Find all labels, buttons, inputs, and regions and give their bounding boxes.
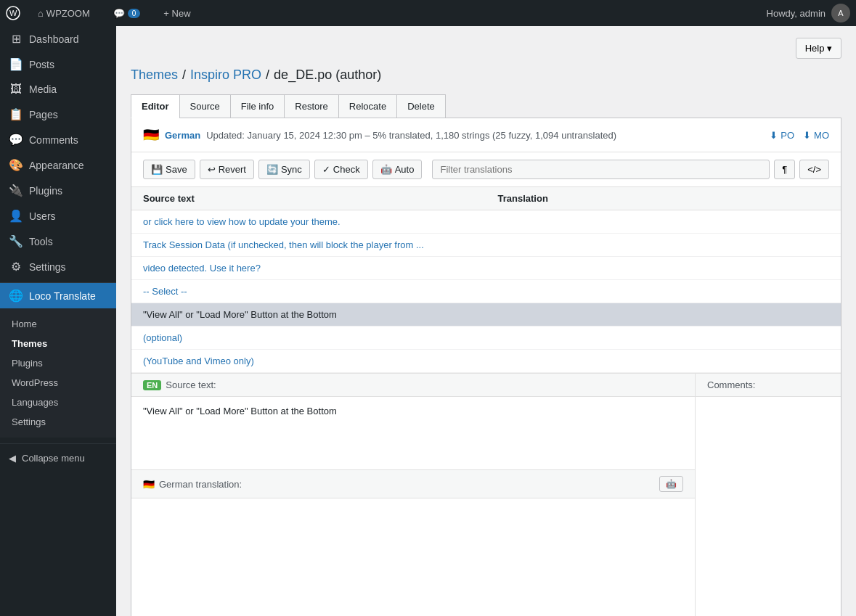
breadcrumb-inspiro-link[interactable]: Inspiro PRO	[190, 67, 261, 83]
tab-delete[interactable]: Delete	[396, 94, 446, 118]
code-view-button[interactable]: </>	[799, 160, 829, 179]
media-icon: 🖼	[9, 83, 23, 96]
check-icon: ✓	[322, 164, 330, 175]
appearance-icon: 🎨	[9, 158, 23, 172]
source-text-header-bar: EN Source text:	[131, 374, 695, 397]
source-cell: "View All" or "Load More" Button at the …	[131, 303, 486, 326]
submenu-item-themes[interactable]: Themes	[0, 334, 116, 353]
sidebar-item-appearance[interactable]: 🎨 Appearance	[0, 152, 116, 178]
tab-source[interactable]: Source	[179, 94, 230, 118]
help-button[interactable]: Help ▾	[796, 38, 841, 59]
sidebar-item-tools[interactable]: 🔧 Tools	[0, 229, 116, 254]
translation-cell	[486, 210, 841, 233]
translation-cell	[486, 280, 841, 303]
breadcrumb-sep-1: /	[182, 67, 186, 83]
plugins-icon: 🔌	[9, 184, 23, 197]
table-row[interactable]: (YouTube and Vimeo only)	[131, 350, 841, 373]
table-row[interactable]: or click here to view how to update your…	[131, 210, 841, 234]
source-text-header: Source text	[131, 187, 486, 210]
tab-restore[interactable]: Restore	[284, 94, 338, 118]
breadcrumb-current: de_DE.po (author)	[274, 67, 381, 83]
source-cell: video detected. Use it here?	[131, 257, 486, 279]
site-name[interactable]: ⌂ WPZOOM	[32, 8, 96, 19]
sidebar-item-dashboard[interactable]: ⊞ Dashboard	[0, 26, 116, 52]
new-content-button[interactable]: + New	[158, 8, 196, 19]
status-bar: 🇩🇪 German Updated: January 15, 2024 12:3…	[131, 118, 841, 152]
main-content: Help ▾ Themes / Inspiro PRO / de_DE.po (…	[116, 26, 856, 616]
source-panel: EN Source text: "View All" or "Load More…	[131, 374, 696, 616]
sidebar-item-media[interactable]: 🖼 Media	[0, 77, 116, 102]
translation-header: Translation	[486, 187, 841, 210]
sidebar-item-comments[interactable]: 💬 Comments	[0, 127, 116, 152]
source-cell: (optional)	[131, 327, 486, 349]
language-flag: 🇩🇪	[143, 127, 159, 143]
language-name: German	[165, 130, 200, 141]
comments-icon: 💬	[9, 133, 23, 147]
comments-panel: Comments:	[696, 374, 841, 616]
bottom-panel: EN Source text: "View All" or "Load More…	[131, 373, 841, 616]
tab-relocate[interactable]: Relocate	[338, 94, 396, 118]
revert-button[interactable]: ↩ Revert	[200, 160, 254, 179]
save-button[interactable]: 💾 Save	[143, 160, 195, 179]
wp-logo[interactable]: W	[6, 6, 20, 20]
topbar-right: Howdy, admin A	[767, 4, 850, 22]
loco-translate-submenu: Home Themes Plugins WordPress Languages …	[0, 308, 116, 438]
download-po-link[interactable]: ⬇ PO	[770, 130, 794, 141]
svg-text:W: W	[9, 9, 17, 17]
filter-input[interactable]	[432, 160, 770, 179]
dashboard-icon: ⊞	[9, 32, 23, 46]
table-row[interactable]: (optional)	[131, 327, 841, 350]
tab-file-info[interactable]: File info	[230, 94, 285, 118]
submenu-item-settings[interactable]: Settings	[0, 412, 116, 432]
translation-cell	[486, 234, 841, 256]
text-direction-button[interactable]: ¶	[774, 160, 795, 179]
submenu-item-home[interactable]: Home	[0, 314, 116, 334]
help-bar: Help ▾	[131, 38, 841, 59]
german-translation-bar: 🇩🇪 German translation: 🤖	[131, 469, 695, 498]
source-cell: -- Select --	[131, 280, 486, 303]
submenu-item-plugins[interactable]: Plugins	[0, 353, 116, 373]
save-icon: 💾	[151, 164, 163, 175]
user-avatar[interactable]: A	[831, 4, 850, 22]
translation-textarea[interactable]	[131, 498, 695, 615]
tab-editor[interactable]: Editor	[131, 94, 179, 118]
sidebar-item-users[interactable]: 👤 Users	[0, 203, 116, 229]
sidebar-item-settings[interactable]: ⚙ Settings	[0, 254, 116, 279]
table-row[interactable]: video detected. Use it here?	[131, 257, 841, 280]
collapse-menu-button[interactable]: ◀ Collapse menu	[0, 443, 116, 472]
source-cell: (YouTube and Vimeo only)	[131, 350, 486, 372]
pages-icon: 📋	[9, 107, 23, 121]
comments-link[interactable]: 💬 0	[107, 8, 147, 19]
translation-cell	[486, 303, 841, 326]
translation-cell	[486, 350, 841, 372]
download-po-icon: ⬇	[770, 130, 778, 141]
comments-header: Comments:	[696, 374, 841, 397]
table-row[interactable]: Track Session Data (if unchecked, then w…	[131, 234, 841, 257]
auto-button[interactable]: 🤖 Auto	[372, 160, 423, 179]
string-table-header: Source text Translation	[131, 187, 841, 210]
translation-cell	[486, 257, 841, 279]
sidebar-item-pages[interactable]: 📋 Pages	[0, 102, 116, 127]
editor-card: 🇩🇪 German Updated: January 15, 2024 12:3…	[131, 118, 841, 616]
table-row-selected[interactable]: "View All" or "Load More" Button at the …	[131, 303, 841, 327]
posts-icon: 📄	[9, 57, 23, 71]
download-links: ⬇ PO ⬇ MO	[770, 130, 829, 141]
submenu-item-languages[interactable]: Languages	[0, 393, 116, 412]
download-mo-link[interactable]: ⬇ MO	[803, 130, 829, 141]
sidebar-item-posts[interactable]: 📄 Posts	[0, 52, 116, 77]
auto-translate-button[interactable]: 🤖	[659, 476, 683, 492]
breadcrumb-themes-link[interactable]: Themes	[131, 67, 178, 83]
settings-icon: ⚙	[9, 260, 23, 274]
topbar: W ⌂ WPZOOM 💬 0 + New Howdy, admin A	[0, 0, 856, 26]
table-row[interactable]: -- Select --	[131, 280, 841, 303]
sync-icon: 🔄	[266, 164, 278, 175]
check-button[interactable]: ✓ Check	[314, 160, 368, 179]
sidebar-item-plugins[interactable]: 🔌 Plugins	[0, 178, 116, 203]
revert-icon: ↩	[208, 164, 216, 175]
tools-icon: 🔧	[9, 234, 23, 248]
translation-cell	[486, 327, 841, 349]
submenu-item-wordpress[interactable]: WordPress	[0, 373, 116, 393]
sync-button[interactable]: 🔄 Sync	[258, 160, 310, 179]
sidebar-item-loco-translate[interactable]: 🌐 Loco Translate	[0, 283, 116, 308]
editor-toolbar: 💾 Save ↩ Revert 🔄 Sync ✓ Check 🤖 Au	[131, 152, 841, 187]
